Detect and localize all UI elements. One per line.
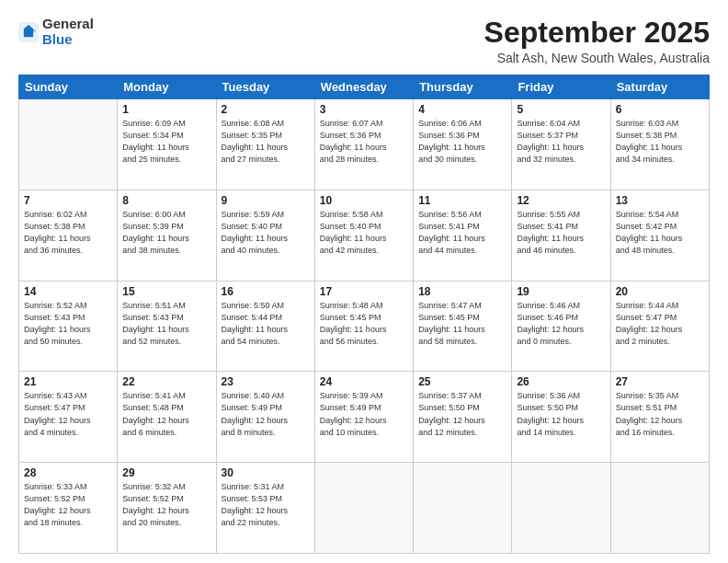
day-number: 5 xyxy=(517,103,605,116)
month-title: September 2025 xyxy=(484,17,710,49)
day-info: Sunrise: 6:02 AM Sunset: 5:38 PM Dayligh… xyxy=(24,209,112,257)
day-info: Sunrise: 6:08 AM Sunset: 5:35 PM Dayligh… xyxy=(222,118,310,166)
day-number: 22 xyxy=(122,375,210,388)
day-info: Sunrise: 5:35 AM Sunset: 5:51 PM Dayligh… xyxy=(616,390,704,438)
day-number: 16 xyxy=(222,285,310,298)
calendar-cell: 18Sunrise: 5:47 AM Sunset: 5:45 PM Dayli… xyxy=(414,281,512,372)
day-number: 23 xyxy=(222,375,310,388)
day-info: Sunrise: 5:47 AM Sunset: 5:45 PM Dayligh… xyxy=(418,300,506,348)
day-number: 24 xyxy=(320,375,408,388)
day-number: 6 xyxy=(616,103,704,116)
col-saturday: Saturday xyxy=(610,75,709,99)
calendar-cell: 17Sunrise: 5:48 AM Sunset: 5:45 PM Dayli… xyxy=(314,281,413,372)
day-number: 3 xyxy=(320,103,408,116)
col-tuesday: Tuesday xyxy=(216,75,314,99)
day-info: Sunrise: 5:58 AM Sunset: 5:40 PM Dayligh… xyxy=(320,209,408,257)
title-block: September 2025 Salt Ash, New South Wales… xyxy=(484,17,710,65)
calendar-cell: 24Sunrise: 5:39 AM Sunset: 5:49 PM Dayli… xyxy=(314,372,413,463)
day-number: 11 xyxy=(418,194,506,207)
col-monday: Monday xyxy=(118,75,216,99)
day-info: Sunrise: 5:43 AM Sunset: 5:47 PM Dayligh… xyxy=(24,390,112,438)
day-number: 28 xyxy=(24,466,112,479)
calendar-cell xyxy=(314,463,413,554)
week-row-1: 1Sunrise: 6:09 AM Sunset: 5:34 PM Daylig… xyxy=(19,99,710,190)
calendar-cell: 9Sunrise: 5:59 AM Sunset: 5:40 PM Daylig… xyxy=(216,190,314,281)
col-friday: Friday xyxy=(512,75,610,99)
calendar-header-row: Sunday Monday Tuesday Wednesday Thursday… xyxy=(19,75,710,99)
calendar-cell: 23Sunrise: 5:40 AM Sunset: 5:49 PM Dayli… xyxy=(216,372,314,463)
header: General Blue September 2025 Salt Ash, Ne… xyxy=(18,17,710,65)
day-info: Sunrise: 5:51 AM Sunset: 5:43 PM Dayligh… xyxy=(122,300,210,348)
day-info: Sunrise: 5:44 AM Sunset: 5:47 PM Dayligh… xyxy=(616,300,704,348)
day-info: Sunrise: 5:54 AM Sunset: 5:42 PM Dayligh… xyxy=(616,209,704,257)
calendar-cell: 15Sunrise: 5:51 AM Sunset: 5:43 PM Dayli… xyxy=(118,281,216,372)
day-info: Sunrise: 5:56 AM Sunset: 5:41 PM Dayligh… xyxy=(418,209,506,257)
day-info: Sunrise: 6:07 AM Sunset: 5:36 PM Dayligh… xyxy=(320,118,408,166)
day-number: 9 xyxy=(222,194,310,207)
day-number: 20 xyxy=(616,285,704,298)
calendar-cell: 7Sunrise: 6:02 AM Sunset: 5:38 PM Daylig… xyxy=(19,190,118,281)
logo-icon xyxy=(18,22,39,42)
logo: General Blue xyxy=(18,17,94,47)
calendar-cell: 19Sunrise: 5:46 AM Sunset: 5:46 PM Dayli… xyxy=(512,281,610,372)
calendar-cell: 3Sunrise: 6:07 AM Sunset: 5:36 PM Daylig… xyxy=(314,99,413,190)
day-info: Sunrise: 6:04 AM Sunset: 5:37 PM Dayligh… xyxy=(517,118,605,166)
day-number: 10 xyxy=(320,194,408,207)
calendar-cell: 22Sunrise: 5:41 AM Sunset: 5:48 PM Dayli… xyxy=(118,372,216,463)
location: Salt Ash, New South Wales, Australia xyxy=(484,51,710,65)
calendar-cell xyxy=(19,99,118,190)
day-number: 30 xyxy=(222,466,310,479)
calendar-cell: 5Sunrise: 6:04 AM Sunset: 5:37 PM Daylig… xyxy=(512,99,610,190)
day-info: Sunrise: 5:41 AM Sunset: 5:48 PM Dayligh… xyxy=(122,390,210,438)
calendar-cell: 8Sunrise: 6:00 AM Sunset: 5:39 PM Daylig… xyxy=(118,190,216,281)
calendar-cell: 6Sunrise: 6:03 AM Sunset: 5:38 PM Daylig… xyxy=(610,99,709,190)
day-number: 8 xyxy=(122,194,210,207)
day-number: 18 xyxy=(418,285,506,298)
calendar-cell: 21Sunrise: 5:43 AM Sunset: 5:47 PM Dayli… xyxy=(19,372,118,463)
day-number: 15 xyxy=(122,285,210,298)
day-number: 26 xyxy=(517,375,605,388)
week-row-2: 7Sunrise: 6:02 AM Sunset: 5:38 PM Daylig… xyxy=(19,190,710,281)
logo-general-text: General xyxy=(42,16,94,31)
day-info: Sunrise: 6:06 AM Sunset: 5:36 PM Dayligh… xyxy=(418,118,506,166)
calendar-cell: 27Sunrise: 5:35 AM Sunset: 5:51 PM Dayli… xyxy=(610,372,709,463)
day-number: 1 xyxy=(122,103,210,116)
week-row-4: 21Sunrise: 5:43 AM Sunset: 5:47 PM Dayli… xyxy=(19,372,710,463)
day-info: Sunrise: 6:00 AM Sunset: 5:39 PM Dayligh… xyxy=(122,209,210,257)
day-number: 14 xyxy=(24,285,112,298)
day-info: Sunrise: 5:32 AM Sunset: 5:52 PM Dayligh… xyxy=(122,481,210,529)
day-number: 7 xyxy=(24,194,112,207)
calendar-table: Sunday Monday Tuesday Wednesday Thursday… xyxy=(18,75,710,554)
day-number: 4 xyxy=(418,103,506,116)
col-sunday: Sunday xyxy=(19,75,118,99)
day-info: Sunrise: 5:31 AM Sunset: 5:53 PM Dayligh… xyxy=(222,481,310,529)
day-info: Sunrise: 5:37 AM Sunset: 5:50 PM Dayligh… xyxy=(418,390,506,438)
calendar-cell: 14Sunrise: 5:52 AM Sunset: 5:43 PM Dayli… xyxy=(19,281,118,372)
calendar-cell: 30Sunrise: 5:31 AM Sunset: 5:53 PM Dayli… xyxy=(216,463,314,554)
day-info: Sunrise: 5:55 AM Sunset: 5:41 PM Dayligh… xyxy=(517,209,605,257)
calendar-cell: 11Sunrise: 5:56 AM Sunset: 5:41 PM Dayli… xyxy=(414,190,512,281)
day-info: Sunrise: 5:50 AM Sunset: 5:44 PM Dayligh… xyxy=(222,300,310,348)
day-number: 25 xyxy=(418,375,506,388)
day-info: Sunrise: 5:40 AM Sunset: 5:49 PM Dayligh… xyxy=(222,390,310,438)
calendar-cell: 13Sunrise: 5:54 AM Sunset: 5:42 PM Dayli… xyxy=(610,190,709,281)
week-row-3: 14Sunrise: 5:52 AM Sunset: 5:43 PM Dayli… xyxy=(19,281,710,372)
calendar-cell: 20Sunrise: 5:44 AM Sunset: 5:47 PM Dayli… xyxy=(610,281,709,372)
logo-blue-text: Blue xyxy=(42,31,73,47)
day-number: 2 xyxy=(222,103,310,116)
day-number: 27 xyxy=(616,375,704,388)
calendar-cell: 26Sunrise: 5:36 AM Sunset: 5:50 PM Dayli… xyxy=(512,372,610,463)
day-number: 13 xyxy=(616,194,704,207)
day-info: Sunrise: 5:36 AM Sunset: 5:50 PM Dayligh… xyxy=(517,390,605,438)
calendar-cell xyxy=(512,463,610,554)
calendar-cell: 1Sunrise: 6:09 AM Sunset: 5:34 PM Daylig… xyxy=(118,99,216,190)
day-info: Sunrise: 5:39 AM Sunset: 5:49 PM Dayligh… xyxy=(320,390,408,438)
calendar-page: General Blue September 2025 Salt Ash, Ne… xyxy=(0,0,728,563)
calendar-cell: 4Sunrise: 6:06 AM Sunset: 5:36 PM Daylig… xyxy=(414,99,512,190)
day-number: 21 xyxy=(24,375,112,388)
day-number: 12 xyxy=(517,194,605,207)
calendar-cell: 28Sunrise: 5:33 AM Sunset: 5:52 PM Dayli… xyxy=(19,463,118,554)
calendar-cell xyxy=(610,463,709,554)
day-info: Sunrise: 6:03 AM Sunset: 5:38 PM Dayligh… xyxy=(616,118,704,166)
day-info: Sunrise: 5:33 AM Sunset: 5:52 PM Dayligh… xyxy=(24,481,112,529)
